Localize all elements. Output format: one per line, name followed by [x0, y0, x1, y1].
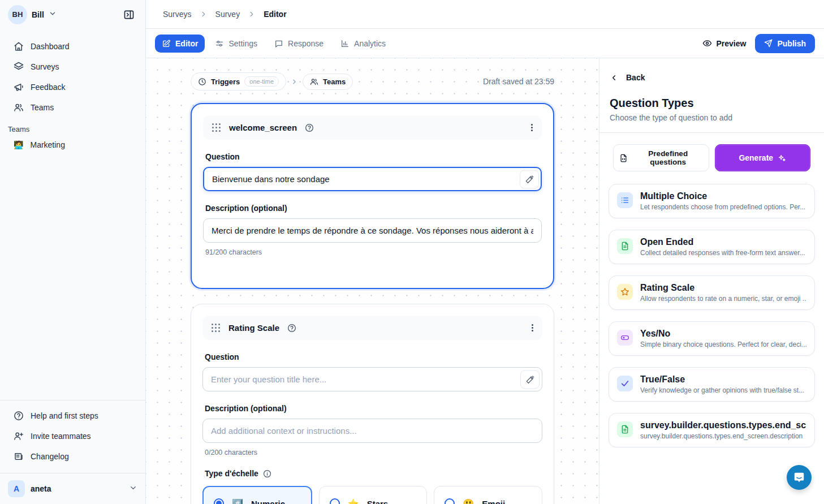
type-title: Multiple Choice: [640, 191, 805, 201]
question-card-welcome-screen[interactable]: welcome_screen Question Description (opt…: [191, 103, 554, 289]
sidebar-item-changelog[interactable]: Changelog: [6, 447, 140, 466]
divider: [599, 132, 824, 133]
magic-wand-icon[interactable]: [520, 170, 539, 188]
preview-button[interactable]: Preview: [702, 38, 747, 48]
description-label: Description (optional): [205, 404, 540, 413]
type-card-yes-no[interactable]: Yes/No Simple binary choice questions. P…: [609, 321, 815, 356]
scale-option-label: Stars: [367, 499, 389, 504]
help-circle-icon[interactable]: [305, 123, 314, 132]
magic-wand-icon[interactable]: [520, 370, 540, 389]
chat-launcher-button[interactable]: [787, 465, 812, 490]
question-card-header: welcome_screen: [203, 115, 542, 140]
type-card-true-false[interactable]: True/False Verify knowledge or gather op…: [609, 367, 815, 402]
sidebar-item-marketing[interactable]: 🧑‍💻 Marketing: [0, 136, 145, 154]
sidebar: BH Bill Dashboard Surveys Feedback: [0, 0, 146, 504]
sidebar-item-label: Dashboard: [31, 42, 70, 51]
radio-icon: [330, 498, 340, 504]
breadcrumb-surveys[interactable]: Surveys: [163, 10, 192, 19]
scale-type-label: Type d'échelle: [205, 469, 540, 478]
drag-handle-icon[interactable]: [212, 123, 221, 132]
sidebar-item-help[interactable]: Help and first steps: [6, 406, 140, 425]
tab-analytics[interactable]: Analytics: [334, 35, 392, 53]
scale-option-emoji[interactable]: 😃 Emoji: [434, 486, 542, 504]
publish-label: Publish: [777, 39, 806, 48]
scale-option-stars[interactable]: ⭐ Stars: [319, 486, 428, 504]
sidebar-item-invite[interactable]: Invite teammates: [6, 427, 140, 446]
type-card-body: Yes/No Simple binary choice questions. P…: [640, 329, 806, 348]
changelog-icon: [14, 451, 24, 462]
generate-label: Generate: [739, 153, 773, 162]
document-icon: [617, 421, 633, 437]
tab-label: Response: [288, 39, 323, 48]
type-card-body: Open Ended Collect detailed responses wi…: [640, 237, 805, 257]
workspace-switcher[interactable]: BH Bill: [0, 0, 145, 29]
publish-button[interactable]: Publish: [755, 34, 815, 53]
type-card-rating-scale[interactable]: Rating Scale Allow respondents to rate o…: [609, 275, 815, 310]
list-icon: [617, 192, 633, 208]
type-card-body: survey.builder.questions.types.end_scr..…: [640, 420, 806, 440]
question-types-panel: Back Question Types Choose the type of q…: [599, 58, 824, 504]
panel-actions: Predefined questions Generate: [613, 144, 810, 171]
kebab-menu-icon[interactable]: [531, 124, 533, 131]
scale-option-numeric[interactable]: #️⃣ Numeric: [202, 486, 312, 504]
tab-editor[interactable]: Editor: [155, 35, 205, 53]
kebab-menu-icon[interactable]: [532, 324, 533, 331]
canvas-top-row: Triggers one-time Teams Draft saved at 2…: [191, 72, 554, 91]
type-card-end-screen[interactable]: survey.builder.questions.types.end_scr..…: [609, 413, 815, 447]
question-card-rating-scale[interactable]: Rating Scale Question Description (optio…: [191, 304, 554, 504]
type-card-body: Multiple Choice Let respondents choose f…: [640, 191, 805, 211]
org-name: aneta: [31, 484, 51, 493]
tab-response[interactable]: Response: [268, 35, 330, 53]
sidebar-item-dashboard[interactable]: Dashboard: [6, 37, 140, 56]
type-title: Yes/No: [640, 329, 806, 339]
breadcrumb-survey[interactable]: Survey: [215, 10, 240, 19]
sidebar-item-label: Changelog: [31, 452, 69, 461]
sidebar-footer: Help and first steps Invite teammates Ch…: [0, 400, 145, 468]
description-input-wrap: [202, 419, 542, 443]
triggers-pill[interactable]: Triggers one-time: [191, 72, 286, 91]
tab-settings[interactable]: Settings: [208, 35, 264, 53]
collapse-sidebar-button[interactable]: [120, 6, 137, 23]
question-card-title: welcome_screen: [229, 123, 297, 132]
topbar: Surveys Survey Editor: [146, 0, 824, 29]
type-description: Let respondents choose from predefined o…: [640, 203, 805, 211]
one-time-badge: one-time: [244, 76, 279, 87]
chevron-right-icon: [200, 10, 208, 18]
type-title: True/False: [640, 374, 804, 385]
description-input[interactable]: [203, 218, 542, 243]
sidebar-item-surveys[interactable]: Surveys: [6, 57, 140, 76]
help-circle-icon[interactable]: [287, 324, 296, 333]
organization-switcher[interactable]: A aneta: [0, 473, 145, 504]
tab-label: Settings: [228, 39, 257, 48]
generate-button[interactable]: Generate: [715, 144, 811, 171]
drag-handle-icon[interactable]: [212, 324, 221, 333]
smiley-emoji: 😃: [463, 498, 474, 504]
pencil-square-icon: [162, 39, 171, 48]
type-card-open-ended[interactable]: Open Ended Collect detailed responses wi…: [609, 230, 815, 264]
sidebar-item-feedback[interactable]: Feedback: [6, 77, 140, 97]
question-title-input[interactable]: [202, 367, 542, 391]
back-button[interactable]: Back: [609, 71, 815, 84]
radio-icon: [445, 498, 455, 504]
type-description: Collect detailed responses with free-for…: [640, 249, 805, 257]
chevron-right-icon: [291, 78, 298, 85]
chat-bubble-icon: [274, 39, 283, 48]
layers-icon: [14, 62, 24, 72]
star-emoji: ⭐: [348, 498, 359, 504]
check-icon: [617, 376, 633, 391]
org-avatar: A: [8, 480, 25, 497]
question-title-input[interactable]: [203, 167, 542, 191]
description-input[interactable]: [202, 419, 542, 443]
sidebar-item-teams[interactable]: Teams: [6, 98, 140, 117]
type-card-body: Rating Scale Allow respondents to rate o…: [640, 283, 806, 303]
question-label: Question: [205, 352, 540, 361]
info-icon[interactable]: [263, 469, 271, 478]
type-card-multiple-choice[interactable]: Multiple Choice Let respondents choose f…: [609, 184, 815, 218]
question-input-wrap: [202, 367, 542, 391]
clock-icon: [198, 77, 206, 86]
avatar: BH: [8, 5, 27, 24]
predefined-questions-button[interactable]: Predefined questions: [613, 144, 709, 171]
megaphone-icon: [14, 82, 24, 92]
preview-label: Preview: [717, 39, 747, 48]
teams-pill[interactable]: Teams: [303, 74, 353, 90]
